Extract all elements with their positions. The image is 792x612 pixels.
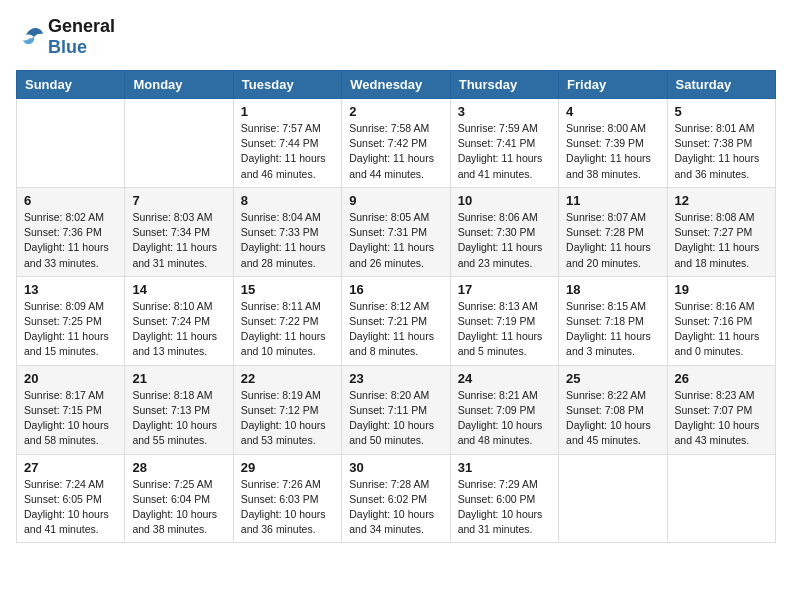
day-number: 18	[566, 282, 659, 297]
day-number: 14	[132, 282, 225, 297]
calendar-cell: 8 Sunrise: 8:04 AMSunset: 7:33 PMDayligh…	[233, 187, 341, 276]
calendar-cell: 26 Sunrise: 8:23 AMSunset: 7:07 PMDaylig…	[667, 365, 775, 454]
day-number: 29	[241, 460, 334, 475]
day-info: Sunrise: 7:26 AMSunset: 6:03 PMDaylight:…	[241, 477, 334, 538]
weekday-header: Thursday	[450, 71, 558, 99]
day-number: 9	[349, 193, 442, 208]
calendar-cell: 29 Sunrise: 7:26 AMSunset: 6:03 PMDaylig…	[233, 454, 341, 543]
weekday-header: Saturday	[667, 71, 775, 99]
calendar-cell	[667, 454, 775, 543]
calendar-cell: 16 Sunrise: 8:12 AMSunset: 7:21 PMDaylig…	[342, 276, 450, 365]
calendar-cell: 4 Sunrise: 8:00 AMSunset: 7:39 PMDayligh…	[559, 99, 667, 188]
calendar-week-row: 20 Sunrise: 8:17 AMSunset: 7:15 PMDaylig…	[17, 365, 776, 454]
calendar-week-row: 13 Sunrise: 8:09 AMSunset: 7:25 PMDaylig…	[17, 276, 776, 365]
calendar-week-row: 6 Sunrise: 8:02 AMSunset: 7:36 PMDayligh…	[17, 187, 776, 276]
day-info: Sunrise: 7:29 AMSunset: 6:00 PMDaylight:…	[458, 477, 551, 538]
calendar-cell: 12 Sunrise: 8:08 AMSunset: 7:27 PMDaylig…	[667, 187, 775, 276]
calendar-cell: 7 Sunrise: 8:03 AMSunset: 7:34 PMDayligh…	[125, 187, 233, 276]
day-number: 28	[132, 460, 225, 475]
day-number: 23	[349, 371, 442, 386]
day-info: Sunrise: 7:28 AMSunset: 6:02 PMDaylight:…	[349, 477, 442, 538]
day-number: 25	[566, 371, 659, 386]
calendar-cell: 14 Sunrise: 8:10 AMSunset: 7:24 PMDaylig…	[125, 276, 233, 365]
calendar-cell: 25 Sunrise: 8:22 AMSunset: 7:08 PMDaylig…	[559, 365, 667, 454]
calendar-cell: 15 Sunrise: 8:11 AMSunset: 7:22 PMDaylig…	[233, 276, 341, 365]
day-number: 5	[675, 104, 768, 119]
calendar-cell: 17 Sunrise: 8:13 AMSunset: 7:19 PMDaylig…	[450, 276, 558, 365]
day-info: Sunrise: 7:58 AMSunset: 7:42 PMDaylight:…	[349, 121, 442, 182]
calendar-cell: 2 Sunrise: 7:58 AMSunset: 7:42 PMDayligh…	[342, 99, 450, 188]
day-info: Sunrise: 8:15 AMSunset: 7:18 PMDaylight:…	[566, 299, 659, 360]
day-info: Sunrise: 8:10 AMSunset: 7:24 PMDaylight:…	[132, 299, 225, 360]
calendar-cell: 23 Sunrise: 8:20 AMSunset: 7:11 PMDaylig…	[342, 365, 450, 454]
day-info: Sunrise: 8:05 AMSunset: 7:31 PMDaylight:…	[349, 210, 442, 271]
day-number: 10	[458, 193, 551, 208]
day-number: 31	[458, 460, 551, 475]
day-info: Sunrise: 7:24 AMSunset: 6:05 PMDaylight:…	[24, 477, 117, 538]
day-number: 7	[132, 193, 225, 208]
day-info: Sunrise: 8:07 AMSunset: 7:28 PMDaylight:…	[566, 210, 659, 271]
day-number: 27	[24, 460, 117, 475]
day-info: Sunrise: 8:03 AMSunset: 7:34 PMDaylight:…	[132, 210, 225, 271]
calendar-cell	[559, 454, 667, 543]
calendar-cell: 19 Sunrise: 8:16 AMSunset: 7:16 PMDaylig…	[667, 276, 775, 365]
day-number: 26	[675, 371, 768, 386]
day-number: 4	[566, 104, 659, 119]
calendar-cell: 10 Sunrise: 8:06 AMSunset: 7:30 PMDaylig…	[450, 187, 558, 276]
calendar-cell: 6 Sunrise: 8:02 AMSunset: 7:36 PMDayligh…	[17, 187, 125, 276]
day-info: Sunrise: 7:59 AMSunset: 7:41 PMDaylight:…	[458, 121, 551, 182]
logo-icon	[16, 26, 44, 48]
day-number: 3	[458, 104, 551, 119]
calendar-cell: 9 Sunrise: 8:05 AMSunset: 7:31 PMDayligh…	[342, 187, 450, 276]
logo: General Blue	[16, 16, 115, 58]
calendar-cell: 20 Sunrise: 8:17 AMSunset: 7:15 PMDaylig…	[17, 365, 125, 454]
calendar-cell: 22 Sunrise: 8:19 AMSunset: 7:12 PMDaylig…	[233, 365, 341, 454]
day-info: Sunrise: 8:04 AMSunset: 7:33 PMDaylight:…	[241, 210, 334, 271]
day-number: 21	[132, 371, 225, 386]
calendar-cell	[125, 99, 233, 188]
weekday-header: Wednesday	[342, 71, 450, 99]
calendar-cell: 28 Sunrise: 7:25 AMSunset: 6:04 PMDaylig…	[125, 454, 233, 543]
weekday-header: Friday	[559, 71, 667, 99]
day-number: 17	[458, 282, 551, 297]
day-info: Sunrise: 8:22 AMSunset: 7:08 PMDaylight:…	[566, 388, 659, 449]
weekday-header: Monday	[125, 71, 233, 99]
calendar-week-row: 1 Sunrise: 7:57 AMSunset: 7:44 PMDayligh…	[17, 99, 776, 188]
day-info: Sunrise: 8:09 AMSunset: 7:25 PMDaylight:…	[24, 299, 117, 360]
day-info: Sunrise: 8:18 AMSunset: 7:13 PMDaylight:…	[132, 388, 225, 449]
day-info: Sunrise: 7:57 AMSunset: 7:44 PMDaylight:…	[241, 121, 334, 182]
day-number: 12	[675, 193, 768, 208]
day-info: Sunrise: 8:17 AMSunset: 7:15 PMDaylight:…	[24, 388, 117, 449]
day-number: 13	[24, 282, 117, 297]
day-info: Sunrise: 8:13 AMSunset: 7:19 PMDaylight:…	[458, 299, 551, 360]
day-number: 20	[24, 371, 117, 386]
calendar-cell: 3 Sunrise: 7:59 AMSunset: 7:41 PMDayligh…	[450, 99, 558, 188]
day-number: 8	[241, 193, 334, 208]
day-number: 22	[241, 371, 334, 386]
day-number: 30	[349, 460, 442, 475]
calendar-week-row: 27 Sunrise: 7:24 AMSunset: 6:05 PMDaylig…	[17, 454, 776, 543]
calendar-cell: 27 Sunrise: 7:24 AMSunset: 6:05 PMDaylig…	[17, 454, 125, 543]
day-info: Sunrise: 8:06 AMSunset: 7:30 PMDaylight:…	[458, 210, 551, 271]
page-header: General Blue	[16, 16, 776, 58]
calendar-cell: 5 Sunrise: 8:01 AMSunset: 7:38 PMDayligh…	[667, 99, 775, 188]
day-info: Sunrise: 7:25 AMSunset: 6:04 PMDaylight:…	[132, 477, 225, 538]
day-number: 2	[349, 104, 442, 119]
day-info: Sunrise: 8:11 AMSunset: 7:22 PMDaylight:…	[241, 299, 334, 360]
weekday-header: Tuesday	[233, 71, 341, 99]
calendar-cell: 24 Sunrise: 8:21 AMSunset: 7:09 PMDaylig…	[450, 365, 558, 454]
day-info: Sunrise: 8:12 AMSunset: 7:21 PMDaylight:…	[349, 299, 442, 360]
day-info: Sunrise: 8:01 AMSunset: 7:38 PMDaylight:…	[675, 121, 768, 182]
weekday-header: Sunday	[17, 71, 125, 99]
calendar-table: SundayMondayTuesdayWednesdayThursdayFrid…	[16, 70, 776, 543]
day-info: Sunrise: 8:20 AMSunset: 7:11 PMDaylight:…	[349, 388, 442, 449]
day-info: Sunrise: 8:08 AMSunset: 7:27 PMDaylight:…	[675, 210, 768, 271]
calendar-cell: 30 Sunrise: 7:28 AMSunset: 6:02 PMDaylig…	[342, 454, 450, 543]
day-number: 16	[349, 282, 442, 297]
calendar-cell: 13 Sunrise: 8:09 AMSunset: 7:25 PMDaylig…	[17, 276, 125, 365]
day-number: 15	[241, 282, 334, 297]
day-number: 1	[241, 104, 334, 119]
calendar-cell	[17, 99, 125, 188]
day-info: Sunrise: 8:16 AMSunset: 7:16 PMDaylight:…	[675, 299, 768, 360]
day-number: 19	[675, 282, 768, 297]
